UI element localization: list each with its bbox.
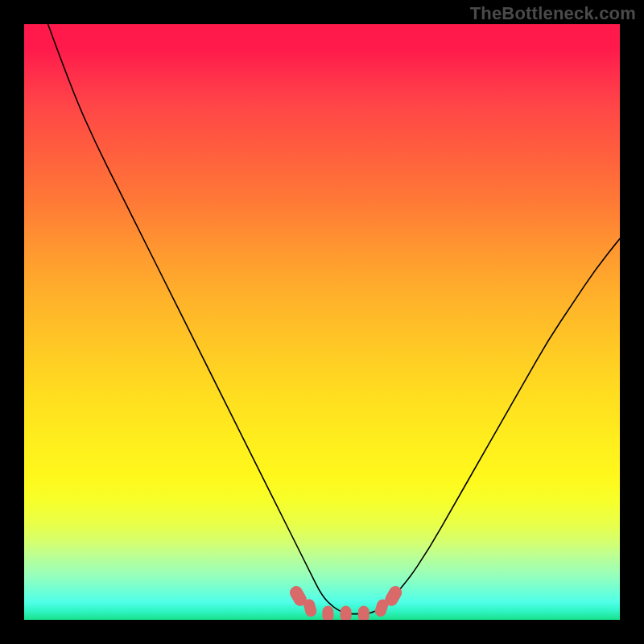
plot-area — [24, 24, 620, 620]
curve-svg — [24, 24, 620, 620]
watermark-text: TheBottleneck.com — [470, 3, 636, 24]
bottleneck-curve — [48, 24, 620, 614]
highlight-markers — [287, 584, 404, 620]
highlight-marker — [341, 606, 352, 620]
chart-frame: TheBottleneck.com — [0, 0, 644, 644]
highlight-marker — [322, 606, 333, 620]
highlight-marker — [358, 606, 369, 620]
